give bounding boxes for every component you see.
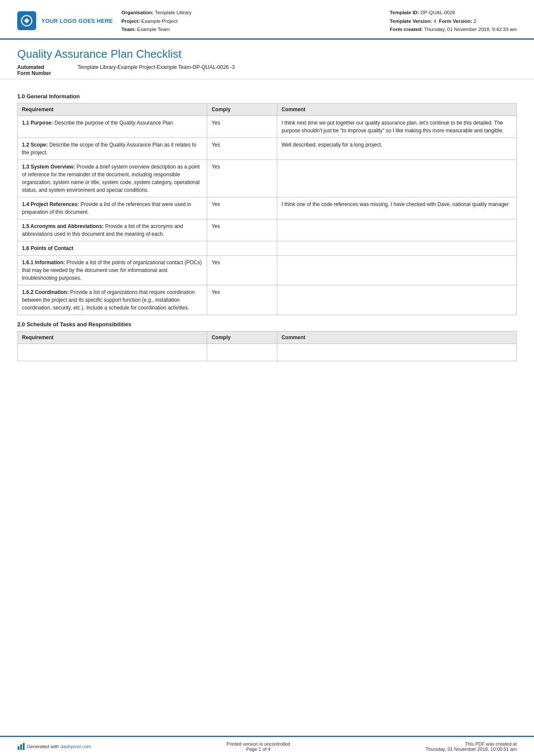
- footer-left: Generated with dashpivot.com: [17, 743, 91, 750]
- col-comment: Comment: [277, 103, 516, 116]
- footer-pdf-line2: Thursday, 01 November 2018, 10:00:51 am: [425, 747, 517, 752]
- team-line: Team: Example Team: [121, 25, 381, 34]
- template-id-label: Template ID:: [390, 10, 419, 15]
- org-value: Template Library: [155, 10, 192, 15]
- table-row: 1.3 System Overview: Provide a brief sys…: [18, 159, 517, 197]
- header-right: Template ID: DP-QUAL-0026 Template Versi…: [390, 8, 517, 34]
- req-cell: 1.4 Project References: Provide a list o…: [18, 197, 207, 219]
- col-comply: Comply: [207, 331, 277, 344]
- comply-cell-empty: [207, 344, 277, 361]
- comply-cell: Yes: [207, 116, 277, 137]
- form-number-value: Template Library-Example Project-Example…: [78, 64, 235, 70]
- comply-cell: [207, 241, 277, 255]
- form-created-label: Form created:: [390, 27, 423, 32]
- req-bold: 1.3 System Overview:: [22, 164, 75, 170]
- comply-cell: Yes: [207, 255, 277, 285]
- table-row: 1.2 Scope: Describe the scope of the Qua…: [18, 137, 517, 159]
- table-row-subheading: 1.6 Points of Contact: [18, 241, 517, 255]
- page-header: YOUR LOGO GOES HERE Organisation: Templa…: [0, 0, 534, 40]
- org-label: Organisation:: [121, 10, 154, 15]
- table-row: 1.4 Project References: Provide a list o…: [18, 197, 517, 219]
- req-bold: 1.6.2 Coordination:: [22, 289, 69, 295]
- comment-cell-empty: [277, 344, 516, 361]
- comment-cell: I think one of the code references was m…: [277, 197, 516, 219]
- form-version-value: 2: [474, 19, 476, 24]
- project-label: Project:: [121, 19, 140, 24]
- project-line: Project: Example Project: [121, 17, 381, 26]
- svg-rect-1: [18, 746, 19, 750]
- col-requirement: Requirement: [18, 103, 207, 116]
- table-header-row: Requirement Comply Comment: [18, 103, 517, 116]
- comply-cell: Yes: [207, 159, 277, 197]
- comply-cell: Yes: [207, 219, 277, 241]
- footer-center: Printed version is uncontrolled Page 1 o…: [227, 741, 290, 752]
- section-2-table: Requirement Comply Comment: [17, 331, 517, 361]
- footer-page: Page 1 of 4: [227, 747, 290, 752]
- col-comply: Comply: [207, 103, 277, 116]
- section-1-table: Requirement Comply Comment 1.1 Purpose: …: [17, 103, 517, 315]
- req-rest: Describe the purpose of the Quality Assu…: [54, 120, 174, 126]
- form-version-label: Form Version:: [439, 19, 472, 24]
- logo-area: YOUR LOGO GOES HERE: [17, 8, 113, 34]
- req-rest: Describe the scope of the Quality Assura…: [22, 142, 196, 156]
- comply-cell: Yes: [207, 285, 277, 315]
- footer-right: This PDF was created at Thursday, 01 Nov…: [425, 741, 517, 752]
- team-value: Example Team: [137, 27, 170, 32]
- req-cell: 1.6 Points of Contact: [18, 241, 207, 255]
- form-created-line: Form created: Thursday, 01 November 2018…: [390, 25, 517, 34]
- req-bold: 1.6 Points of Contact: [22, 245, 73, 251]
- svg-rect-2: [20, 744, 22, 750]
- page-title: Quality Assurance Plan Checklist: [17, 47, 517, 61]
- svg-rect-3: [23, 743, 25, 750]
- comment-cell: [277, 241, 516, 255]
- template-version-label: Template Version:: [390, 19, 432, 24]
- table-row: 1.1 Purpose: Describe the purpose of the…: [18, 116, 517, 137]
- comment-cell: [277, 255, 516, 285]
- table-row: 1.6.1 Information: Provide a list of the…: [18, 255, 517, 285]
- template-id-line: Template ID: DP-QUAL-0026: [390, 9, 517, 17]
- table-header-row: Requirement Comply Comment: [18, 331, 517, 344]
- comment-cell: [277, 219, 516, 241]
- comply-cell: Yes: [207, 197, 277, 219]
- section-1-heading: 1.0 General Information: [17, 93, 517, 100]
- dashpivot-logo-icon: [17, 743, 25, 750]
- comment-cell: [277, 285, 516, 315]
- form-number-label: AutomatedForm Number: [17, 64, 78, 76]
- footer-generated-text: Generated with: [27, 744, 59, 749]
- form-created-value: Thursday, 01 November 2018, 9:42:33 am: [424, 27, 517, 32]
- req-cell: 1.6.1 Information: Provide a list of the…: [18, 255, 207, 285]
- table-row: 1.6.2 Coordination: Provide a list of or…: [18, 285, 517, 315]
- table-row-empty: [18, 344, 517, 361]
- req-bold: 1.5 Acronyms and Abbreviations:: [22, 223, 104, 229]
- team-label: Team:: [121, 27, 136, 32]
- template-id-value: DP-QUAL-0026: [420, 10, 455, 15]
- comment-cell: I think next time we put together our qu…: [277, 116, 516, 137]
- comply-cell: Yes: [207, 137, 277, 159]
- table-row: 1.5 Acronyms and Abbreviations: Provide …: [18, 219, 517, 241]
- footer-logo: Generated with dashpivot.com: [17, 743, 91, 750]
- main-content: 1.0 General Information Requirement Comp…: [0, 79, 534, 361]
- logo-icon: [17, 11, 36, 30]
- title-area: Quality Assurance Plan Checklist Automat…: [0, 40, 534, 79]
- project-value: Example Project: [141, 19, 177, 24]
- logo-text: YOUR LOGO GOES HERE: [41, 18, 113, 24]
- req-cell-empty: [18, 344, 207, 361]
- form-number-row: AutomatedForm Number Template Library-Ex…: [17, 64, 517, 76]
- req-bold: 1.2 Scope:: [22, 142, 48, 148]
- header-meta: Organisation: Template Library Project: …: [121, 8, 381, 34]
- page-footer: Generated with dashpivot.com Printed ver…: [0, 736, 534, 756]
- col-comment: Comment: [277, 331, 516, 344]
- req-bold: 1.4 Project References:: [22, 201, 79, 207]
- comment-cell: [277, 159, 516, 197]
- footer-pdf-line1: This PDF was created at: [425, 741, 517, 747]
- req-cell: 1.2 Scope: Describe the scope of the Qua…: [18, 137, 207, 159]
- req-bold: 1.1 Purpose:: [22, 120, 53, 126]
- req-bold: 1.6.1 Information:: [22, 259, 65, 266]
- template-version-value: 4: [434, 19, 436, 24]
- comment-cell: Well described, especially for a long pr…: [277, 137, 516, 159]
- req-cell: 1.6.2 Coordination: Provide a list of or…: [18, 285, 207, 315]
- dashpivot-link[interactable]: dashpivot.com: [61, 744, 91, 749]
- req-cell: 1.3 System Overview: Provide a brief sys…: [18, 159, 207, 197]
- template-version-line: Template Version: 4 Form Version: 2: [390, 17, 517, 26]
- section-2-heading: 2.0 Schedule of Tasks and Responsibiliti…: [17, 321, 517, 328]
